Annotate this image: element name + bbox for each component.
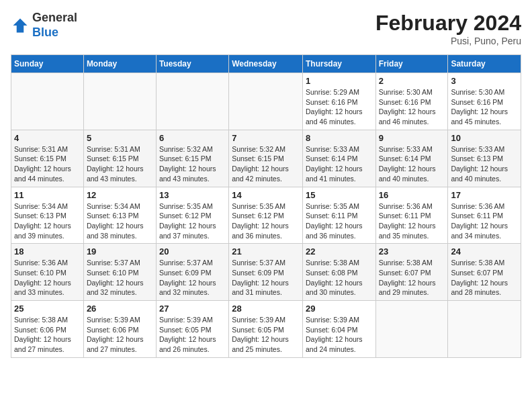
day-cell: 28Sunrise: 5:39 AM Sunset: 6:05 PM Dayli… xyxy=(229,301,303,358)
col-header-saturday: Saturday xyxy=(448,55,521,73)
day-number: 20 xyxy=(159,246,226,257)
day-info: Sunrise: 5:33 AM Sunset: 6:14 PM Dayligh… xyxy=(306,144,373,184)
day-cell: 6Sunrise: 5:32 AM Sunset: 6:15 PM Daylig… xyxy=(156,130,228,187)
day-number: 9 xyxy=(379,133,445,143)
day-cell: 9Sunrise: 5:33 AM Sunset: 6:14 PM Daylig… xyxy=(375,130,448,187)
day-info: Sunrise: 5:31 AM Sunset: 6:15 PM Dayligh… xyxy=(14,144,81,184)
week-row-4: 18Sunrise: 5:36 AM Sunset: 6:10 PM Dayli… xyxy=(11,244,521,301)
day-number: 27 xyxy=(159,304,226,314)
day-number: 11 xyxy=(14,190,81,200)
day-number: 12 xyxy=(87,190,153,200)
day-info: Sunrise: 5:37 AM Sunset: 6:10 PM Dayligh… xyxy=(87,258,153,298)
day-info: Sunrise: 5:37 AM Sunset: 6:09 PM Dayligh… xyxy=(232,258,300,298)
day-cell: 8Sunrise: 5:33 AM Sunset: 6:14 PM Daylig… xyxy=(302,130,375,187)
day-cell: 11Sunrise: 5:34 AM Sunset: 6:13 PM Dayli… xyxy=(11,187,84,244)
col-header-tuesday: Tuesday xyxy=(156,55,228,73)
day-number: 8 xyxy=(306,133,373,143)
day-info: Sunrise: 5:39 AM Sunset: 6:05 PM Dayligh… xyxy=(159,315,226,355)
day-cell: 22Sunrise: 5:38 AM Sunset: 6:08 PM Dayli… xyxy=(302,244,375,301)
day-cell: 21Sunrise: 5:37 AM Sunset: 6:09 PM Dayli… xyxy=(229,244,303,301)
day-info: Sunrise: 5:31 AM Sunset: 6:15 PM Dayligh… xyxy=(87,144,153,184)
day-number: 1 xyxy=(306,76,373,86)
col-header-thursday: Thursday xyxy=(302,55,375,73)
day-cell: 3Sunrise: 5:30 AM Sunset: 6:16 PM Daylig… xyxy=(448,73,521,130)
day-cell: 14Sunrise: 5:35 AM Sunset: 6:12 PM Dayli… xyxy=(229,187,303,244)
day-info: Sunrise: 5:33 AM Sunset: 6:14 PM Dayligh… xyxy=(379,144,445,184)
day-number: 13 xyxy=(159,190,226,200)
logo-blue-text: Blue xyxy=(32,26,58,39)
day-info: Sunrise: 5:39 AM Sunset: 6:05 PM Dayligh… xyxy=(232,315,300,355)
day-cell xyxy=(11,73,84,130)
day-cell: 4Sunrise: 5:31 AM Sunset: 6:15 PM Daylig… xyxy=(11,130,84,187)
day-info: Sunrise: 5:34 AM Sunset: 6:13 PM Dayligh… xyxy=(87,201,153,241)
day-number: 3 xyxy=(451,76,518,86)
day-info: Sunrise: 5:35 AM Sunset: 6:12 PM Dayligh… xyxy=(232,201,300,241)
day-cell: 1Sunrise: 5:29 AM Sunset: 6:16 PM Daylig… xyxy=(302,73,375,130)
day-number: 18 xyxy=(14,246,81,257)
week-row-3: 11Sunrise: 5:34 AM Sunset: 6:13 PM Dayli… xyxy=(11,187,521,244)
svg-marker-0 xyxy=(13,18,28,32)
day-cell: 20Sunrise: 5:37 AM Sunset: 6:09 PM Dayli… xyxy=(156,244,228,301)
day-cell xyxy=(156,73,228,130)
logo-general-text: General xyxy=(32,11,77,24)
day-cell: 10Sunrise: 5:33 AM Sunset: 6:13 PM Dayli… xyxy=(448,130,521,187)
day-number: 5 xyxy=(87,133,153,143)
day-number: 15 xyxy=(306,190,373,200)
day-info: Sunrise: 5:36 AM Sunset: 6:11 PM Dayligh… xyxy=(451,201,518,241)
day-info: Sunrise: 5:39 AM Sunset: 6:04 PM Dayligh… xyxy=(306,315,373,355)
day-cell: 25Sunrise: 5:38 AM Sunset: 6:06 PM Dayli… xyxy=(11,301,84,358)
day-info: Sunrise: 5:36 AM Sunset: 6:10 PM Dayligh… xyxy=(14,258,81,298)
day-cell xyxy=(375,301,448,358)
day-cell: 17Sunrise: 5:36 AM Sunset: 6:11 PM Dayli… xyxy=(448,187,521,244)
day-cell: 2Sunrise: 5:30 AM Sunset: 6:16 PM Daylig… xyxy=(375,73,448,130)
day-number: 29 xyxy=(306,304,373,314)
day-info: Sunrise: 5:35 AM Sunset: 6:11 PM Dayligh… xyxy=(306,201,373,241)
day-info: Sunrise: 5:38 AM Sunset: 6:07 PM Dayligh… xyxy=(379,258,445,298)
day-number: 28 xyxy=(232,304,300,314)
calendar-body: 1Sunrise: 5:29 AM Sunset: 6:16 PM Daylig… xyxy=(11,73,521,358)
week-row-2: 4Sunrise: 5:31 AM Sunset: 6:15 PM Daylig… xyxy=(11,130,521,187)
day-info: Sunrise: 5:29 AM Sunset: 6:16 PM Dayligh… xyxy=(306,87,373,127)
day-cell: 7Sunrise: 5:32 AM Sunset: 6:15 PM Daylig… xyxy=(229,130,303,187)
day-cell: 27Sunrise: 5:39 AM Sunset: 6:05 PM Dayli… xyxy=(156,301,228,358)
day-number: 19 xyxy=(87,246,153,257)
week-row-1: 1Sunrise: 5:29 AM Sunset: 6:16 PM Daylig… xyxy=(11,73,521,130)
day-cell: 26Sunrise: 5:39 AM Sunset: 6:06 PM Dayli… xyxy=(83,301,156,358)
day-number: 24 xyxy=(451,246,518,257)
day-info: Sunrise: 5:36 AM Sunset: 6:11 PM Dayligh… xyxy=(379,201,445,241)
day-number: 16 xyxy=(379,190,445,200)
day-info: Sunrise: 5:34 AM Sunset: 6:13 PM Dayligh… xyxy=(14,201,81,241)
day-cell: 24Sunrise: 5:38 AM Sunset: 6:07 PM Dayli… xyxy=(448,244,521,301)
day-cell: 13Sunrise: 5:35 AM Sunset: 6:12 PM Dayli… xyxy=(156,187,228,244)
day-cell xyxy=(83,73,156,130)
title-area: February 2024 Pusi, Puno, Peru xyxy=(375,11,521,46)
day-number: 17 xyxy=(451,190,518,200)
day-number: 6 xyxy=(159,133,226,143)
week-row-5: 25Sunrise: 5:38 AM Sunset: 6:06 PM Dayli… xyxy=(11,301,521,358)
day-cell: 23Sunrise: 5:38 AM Sunset: 6:07 PM Dayli… xyxy=(375,244,448,301)
day-info: Sunrise: 5:38 AM Sunset: 6:06 PM Dayligh… xyxy=(14,315,81,355)
day-info: Sunrise: 5:32 AM Sunset: 6:15 PM Dayligh… xyxy=(159,144,226,184)
logo-icon xyxy=(11,16,30,35)
day-cell xyxy=(448,301,521,358)
day-info: Sunrise: 5:38 AM Sunset: 6:08 PM Dayligh… xyxy=(306,258,373,298)
day-number: 21 xyxy=(232,246,300,257)
day-number: 14 xyxy=(232,190,300,200)
page-header: General Blue February 2024 Pusi, Puno, P… xyxy=(11,11,521,46)
day-info: Sunrise: 5:35 AM Sunset: 6:12 PM Dayligh… xyxy=(159,201,226,241)
day-number: 2 xyxy=(379,76,445,86)
day-number: 7 xyxy=(232,133,300,143)
col-header-monday: Monday xyxy=(83,55,156,73)
logo: General Blue xyxy=(11,11,77,40)
day-number: 22 xyxy=(306,246,373,257)
calendar-subtitle: Pusi, Puno, Peru xyxy=(375,36,521,46)
col-header-wednesday: Wednesday xyxy=(229,55,303,73)
day-cell: 18Sunrise: 5:36 AM Sunset: 6:10 PM Dayli… xyxy=(11,244,84,301)
day-info: Sunrise: 5:32 AM Sunset: 6:15 PM Dayligh… xyxy=(232,144,300,184)
day-cell: 29Sunrise: 5:39 AM Sunset: 6:04 PM Dayli… xyxy=(302,301,375,358)
day-cell: 15Sunrise: 5:35 AM Sunset: 6:11 PM Dayli… xyxy=(302,187,375,244)
calendar-title: February 2024 xyxy=(375,11,521,36)
day-cell xyxy=(229,73,303,130)
day-number: 23 xyxy=(379,246,445,257)
col-header-friday: Friday xyxy=(375,55,448,73)
